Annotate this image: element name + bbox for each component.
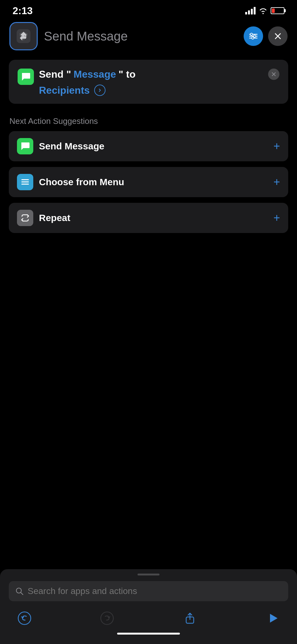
recipients-button[interactable]: Recipients — [39, 85, 90, 96]
status-icons — [245, 7, 284, 14]
bottom-panel — [0, 569, 297, 644]
svg-point-18 — [101, 612, 113, 625]
suggestion-menu-label: Choose from Menu — [39, 177, 268, 187]
header: ⇄ Send Message — [0, 19, 297, 57]
home-indicator — [117, 633, 180, 635]
suggestion-choose-from-menu[interactable]: Choose from Menu + — [9, 167, 288, 197]
bottom-toolbar — [9, 609, 288, 628]
header-buttons — [244, 26, 288, 46]
suggestion-repeat-icon — [17, 210, 33, 226]
suggestion-repeat-add-button[interactable]: + — [273, 212, 280, 224]
wifi-icon — [259, 7, 267, 14]
svg-text:⇄: ⇄ — [21, 32, 27, 40]
undo-button[interactable] — [15, 609, 34, 628]
search-icon — [15, 587, 24, 596]
action-card: Send " Message " to Recipients — [9, 60, 288, 104]
redo-button[interactable] — [98, 609, 116, 628]
svg-rect-12 — [21, 179, 29, 180]
suggestion-repeat[interactable]: Repeat + — [9, 203, 288, 233]
suggestion-repeat-label: Repeat — [39, 213, 268, 223]
app-icon: ⇄ — [9, 22, 38, 50]
action-to-label: " to — [118, 67, 135, 81]
action-send-label: Send " — [39, 67, 71, 81]
suggestion-send-message-icon — [17, 138, 33, 154]
signal-bars-icon — [245, 7, 256, 14]
suggestion-menu-icon — [17, 174, 33, 190]
svg-rect-13 — [21, 181, 29, 182]
svg-point-7 — [252, 37, 254, 39]
bottom-handle — [138, 574, 159, 575]
search-input[interactable] — [28, 586, 282, 596]
share-button[interactable] — [181, 609, 199, 628]
svg-point-6 — [254, 35, 256, 37]
svg-line-16 — [21, 592, 23, 595]
header-title: Send Message — [44, 29, 237, 43]
action-message-icon — [18, 69, 34, 85]
search-bar[interactable] — [9, 581, 288, 601]
filter-button[interactable] — [244, 26, 263, 46]
suggestion-send-message-label: Send Message — [39, 141, 268, 152]
play-button[interactable] — [263, 609, 282, 628]
suggestion-send-message-add-button[interactable]: + — [273, 141, 280, 152]
action-message-label[interactable]: Message — [73, 67, 116, 81]
action-card-close-button[interactable] — [268, 69, 279, 80]
status-bar: 2:13 — [0, 0, 297, 19]
svg-point-17 — [18, 612, 31, 625]
status-time: 2:13 — [13, 5, 33, 17]
close-button[interactable] — [268, 26, 288, 46]
chevron-circle-button[interactable] — [94, 85, 105, 96]
battery-icon — [271, 7, 284, 14]
svg-rect-14 — [21, 184, 29, 185]
suggestion-list: Send Message + Choose from Menu + Repeat… — [0, 131, 297, 233]
section-label: Next Action Suggestions — [0, 113, 297, 131]
suggestion-send-message[interactable]: Send Message + — [9, 131, 288, 161]
suggestion-menu-add-button[interactable]: + — [273, 176, 280, 188]
svg-point-5 — [251, 33, 253, 36]
action-content: Send " Message " to Recipients — [39, 67, 263, 96]
